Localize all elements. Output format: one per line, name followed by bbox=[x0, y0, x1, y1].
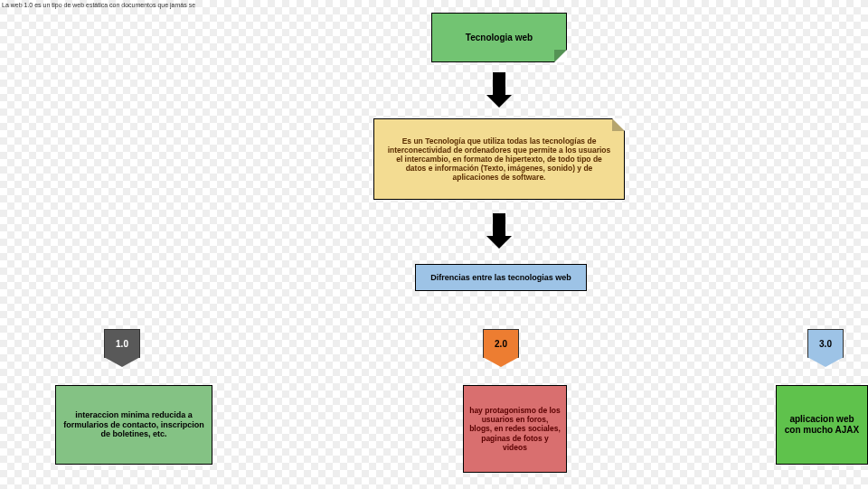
card-web3-text: aplicacion web con mucho AJAX bbox=[782, 414, 862, 436]
differences-text: Difrencias entre las tecnologias web bbox=[430, 273, 571, 283]
card-web1-text: interaccion minima reducida a formulario… bbox=[61, 410, 206, 439]
card-web2: hay protagonismo de los usuarios en foro… bbox=[463, 385, 567, 473]
arrow-down-icon bbox=[493, 213, 505, 237]
definition-box: Es un Tecnología que utiliza todas las t… bbox=[373, 118, 625, 200]
badge-v3: 3.0 bbox=[807, 329, 844, 358]
title-text: Tecnologia web bbox=[466, 33, 533, 43]
card-web3: aplicacion web con mucho AJAX bbox=[776, 385, 868, 465]
card-web1: interaccion minima reducida a formulario… bbox=[55, 385, 212, 465]
fold-icon bbox=[554, 50, 567, 62]
card-web2-text: hay protagonismo de los usuarios en foro… bbox=[469, 406, 561, 452]
arrow-down-icon bbox=[493, 72, 505, 96]
corner-note: La web 1.0 es un tipo de web estática co… bbox=[0, 0, 197, 11]
title-box: Tecnologia web bbox=[431, 13, 567, 62]
badge-v1: 1.0 bbox=[104, 329, 140, 358]
fold-icon bbox=[612, 118, 625, 131]
badge-v2: 2.0 bbox=[483, 329, 519, 358]
differences-box: Difrencias entre las tecnologias web bbox=[415, 264, 587, 291]
definition-text: Es un Tecnología que utiliza todas las t… bbox=[387, 136, 611, 183]
